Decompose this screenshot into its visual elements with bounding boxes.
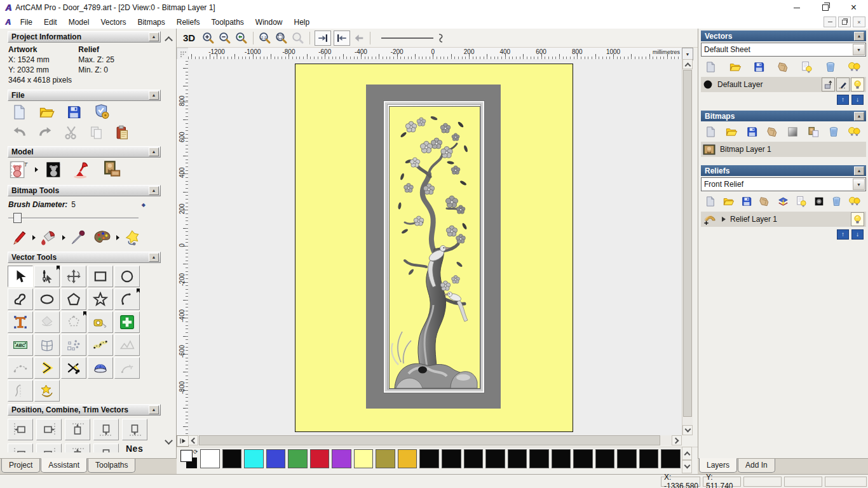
mirror-vectors-button[interactable]: [8, 380, 33, 402]
align-top-button[interactable]: [65, 419, 90, 440]
primary-colour-swatch[interactable]: [180, 450, 193, 462]
save-model-icon[interactable]: [66, 104, 82, 120]
palette-swatch-0[interactable]: [200, 449, 220, 468]
palette-swatch-7[interactable]: [354, 449, 374, 468]
palette-swatch-18[interactable]: [595, 449, 615, 468]
collapse-button[interactable]: ▲: [149, 253, 159, 262]
paste-icon[interactable]: [114, 125, 130, 140]
new-layer-icon[interactable]: [705, 126, 717, 138]
close-button[interactable]: ×: [839, 0, 868, 15]
center-in-page-2-button[interactable]: [36, 444, 62, 452]
lighting-icon[interactable]: [73, 160, 92, 179]
collapse-button[interactable]: ▲: [149, 405, 159, 414]
wrap-vectors-button[interactable]: [34, 380, 60, 402]
save-icon[interactable]: [753, 61, 765, 73]
layer-visibility-button[interactable]: [851, 78, 864, 92]
array-copy-button[interactable]: [93, 444, 119, 452]
canvas-horizontal-scrollbar[interactable]: [188, 435, 682, 445]
dropdown-arrow-icon[interactable]: ▼: [853, 179, 865, 190]
drawing-canvas[interactable]: [188, 59, 682, 435]
flyout-arrow-icon[interactable]: [62, 235, 65, 240]
tab-toolpaths[interactable]: Toolpaths: [88, 459, 135, 473]
mdi-minimize-button[interactable]: [824, 17, 836, 27]
zoom-previous-button[interactable]: [234, 31, 248, 45]
flyout-arrow-icon[interactable]: [35, 167, 38, 172]
palette-swatch-11[interactable]: [442, 449, 461, 468]
horizontal-scroll-thumb[interactable]: [199, 435, 660, 445]
toolbar-handle-button[interactable]: [177, 435, 189, 447]
pick-colour-icon[interactable]: [70, 229, 86, 246]
menu-toolpaths[interactable]: Toolpaths: [205, 17, 249, 28]
toggle-visibility-all-icon[interactable]: [848, 126, 861, 138]
vector-texture-button[interactable]: [114, 334, 140, 356]
create-star-button[interactable]: [88, 288, 113, 310]
palette-swatch-17[interactable]: [573, 449, 593, 468]
create-circle-button[interactable]: [114, 266, 140, 287]
palette-swatch-8[interactable]: [376, 449, 395, 468]
greyscale-icon[interactable]: [787, 126, 799, 138]
switch-3d-button[interactable]: 3D: [183, 32, 195, 43]
scroll-right-button[interactable]: [672, 435, 682, 445]
colour-palette-icon[interactable]: [93, 229, 112, 246]
model-from-greyscale-icon[interactable]: T: [45, 160, 63, 179]
current-colour-indicator[interactable]: ⟳: [180, 450, 200, 470]
scroll-down-button[interactable]: [682, 425, 693, 435]
toggle-all-icon[interactable]: [766, 126, 778, 138]
palette-swatch-9[interactable]: [398, 449, 417, 468]
center-in-page-3-button[interactable]: [65, 444, 90, 452]
palette-swatch-13[interactable]: [485, 449, 505, 468]
flood-fill-icon[interactable]: [40, 229, 58, 246]
spin-vectors-button[interactable]: [88, 357, 113, 379]
menu-window[interactable]: Window: [250, 17, 288, 28]
zoom-fit-button[interactable]: [275, 31, 288, 45]
palette-swatch-6[interactable]: [332, 449, 351, 468]
restore-button[interactable]: [811, 0, 839, 15]
paste-along-curve-button[interactable]: [88, 334, 113, 356]
ruler-origin-button[interactable]: [177, 48, 189, 60]
palette-swatch-3[interactable]: [266, 449, 286, 468]
zoom-in-button[interactable]: [201, 31, 215, 45]
scroll-up-button[interactable]: [682, 59, 693, 69]
move-layer-up-button[interactable]: ↑: [837, 229, 849, 240]
minimize-button[interactable]: [782, 0, 811, 15]
create-text-button[interactable]: [8, 311, 33, 333]
palette-swatch-15[interactable]: [529, 449, 549, 468]
panel-scroll-down-button[interactable]: [163, 437, 173, 447]
vector-layer-row[interactable]: Default Layer: [701, 77, 866, 92]
transform-button[interactable]: [61, 266, 86, 287]
layer-name[interactable]: Default Layer: [717, 80, 763, 89]
open-file-icon[interactable]: [39, 104, 55, 120]
undo-icon[interactable]: [11, 126, 27, 140]
layer-name[interactable]: Relief Layer 1: [730, 215, 777, 224]
vector-doctor-button[interactable]: [114, 311, 140, 333]
create-arc-button[interactable]: [114, 288, 140, 310]
light-icon[interactable]: [796, 196, 807, 207]
collapse-button[interactable]: ▲: [854, 166, 864, 175]
load-bitmap-icon[interactable]: [102, 160, 121, 179]
toggle-all-icon[interactable]: [759, 196, 770, 207]
copy-icon[interactable]: [89, 125, 104, 140]
measure-button[interactable]: [88, 311, 113, 333]
vertical-scroll-thumb[interactable]: [683, 70, 692, 417]
new-layer-icon[interactable]: [705, 196, 716, 207]
open-icon[interactable]: [725, 126, 738, 138]
collapse-button[interactable]: ▲: [149, 147, 159, 156]
mdi-close-button[interactable]: ×: [853, 17, 865, 27]
brush-diameter-slider[interactable]: [8, 213, 139, 223]
create-polygon-button[interactable]: [61, 288, 86, 310]
center-in-page-1-button[interactable]: [8, 444, 33, 452]
collapse-button[interactable]: ▲: [149, 32, 159, 41]
redo-icon[interactable]: [37, 126, 53, 140]
palette-swatch-19[interactable]: [617, 449, 637, 468]
save-icon[interactable]: [741, 196, 752, 207]
text-block-button[interactable]: ABC: [8, 334, 33, 356]
vector-sheet-select[interactable]: Default Sheet ▼: [701, 43, 866, 57]
palette-swatch-10[interactable]: [419, 449, 439, 468]
merge-layers-icon[interactable]: [777, 196, 789, 207]
menu-bitmaps[interactable]: Bitmaps: [132, 17, 170, 28]
paint-brush-icon[interactable]: [11, 229, 28, 246]
move-layer-up-button[interactable]: ↑: [837, 95, 849, 105]
greyscale-from-model-icon[interactable]: T: [9, 160, 28, 179]
slider-thumb[interactable]: [13, 213, 22, 223]
bitmap-layer-row[interactable]: Bitmap Layer 1: [701, 142, 866, 157]
